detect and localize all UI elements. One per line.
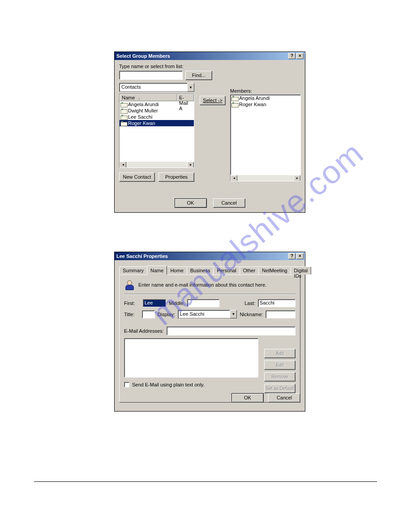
- properties-button[interactable]: Properties: [158, 172, 194, 182]
- last-label: Last:: [244, 300, 255, 306]
- display-combo[interactable]: Lee Sacchi ▼: [178, 310, 237, 318]
- list-item[interactable]: Roger Kwan: [231, 101, 300, 107]
- list-item[interactable]: Lee Sacchi: [120, 114, 194, 120]
- contact-card-icon: [231, 96, 238, 101]
- email-list[interactable]: [124, 338, 258, 378]
- tab-digital-ids[interactable]: Digital IDs: [291, 266, 312, 275]
- nickname-field[interactable]: [265, 310, 295, 318]
- display-label: Display:: [158, 312, 175, 317]
- dialog-title: Select Group Members: [116, 53, 170, 59]
- last-field[interactable]: Sacchi: [258, 299, 295, 307]
- close-button[interactable]: ×: [296, 253, 304, 259]
- contact-card-icon: [120, 102, 127, 107]
- new-contact-button[interactable]: New Contact: [119, 172, 155, 182]
- tab-home[interactable]: Home: [167, 266, 187, 275]
- display-combo-text: Lee Sacchi: [178, 310, 230, 318]
- column-email[interactable]: E-Mail A: [177, 94, 194, 101]
- select-button[interactable]: Select ->: [200, 96, 226, 105]
- chevron-down-icon: ▼: [230, 310, 237, 318]
- source-combo[interactable]: Contacts ▼: [119, 83, 194, 92]
- tab-personal[interactable]: Personal: [213, 266, 240, 275]
- scroll-left-icon[interactable]: ◂: [231, 175, 237, 181]
- titlebar: Select Group Members ? ×: [115, 52, 305, 60]
- members-label: Members:: [230, 88, 301, 94]
- title-field[interactable]: [142, 310, 155, 318]
- titlebar: Lee Sacchi Properties ? ×: [115, 252, 305, 260]
- tab-panel-name: Enter name and e-mail information about …: [119, 275, 300, 403]
- contact-card-icon: [120, 115, 127, 120]
- page-divider: [34, 481, 377, 482]
- title-label: Title:: [124, 312, 139, 317]
- horizontal-scrollbar[interactable]: ◂ ▸: [231, 175, 300, 181]
- plaintext-checkbox[interactable]: [124, 382, 129, 387]
- scroll-left-icon[interactable]: ◂: [120, 162, 126, 168]
- sort-asc-icon: △: [138, 97, 140, 100]
- select-group-members-dialog: Select Group Members ? × Type name or se…: [114, 51, 305, 213]
- members-listbox[interactable]: Angela Arundi Roger Kwan ◂ ▸: [230, 94, 301, 181]
- tab-summary[interactable]: Summary: [119, 266, 147, 275]
- scroll-right-icon[interactable]: ▸: [294, 175, 300, 181]
- horizontal-scrollbar[interactable]: ◂ ▸: [120, 161, 194, 168]
- list-item[interactable]: Dwight Muller: [120, 107, 194, 114]
- first-label: First:: [124, 300, 140, 306]
- cancel-button[interactable]: Cancel: [213, 198, 245, 208]
- chevron-down-icon: ▼: [187, 83, 194, 92]
- email-addresses-label: E-Mail Addresses:: [124, 328, 164, 334]
- tabstrip: Summary Name Home Business Personal Othe…: [119, 266, 300, 275]
- tab-name[interactable]: Name: [147, 266, 167, 275]
- set-default-button[interactable]: Set as Default: [264, 384, 295, 393]
- remove-button[interactable]: Remove: [264, 372, 295, 382]
- person-icon: [124, 279, 135, 290]
- add-button[interactable]: Add: [264, 349, 295, 358]
- first-field[interactable]: Lee: [143, 299, 166, 307]
- type-name-label: Type name or select from list:: [119, 64, 300, 69]
- column-name[interactable]: Name △: [120, 94, 177, 101]
- middle-label: Middle:: [169, 300, 184, 306]
- help-button[interactable]: ?: [288, 253, 295, 259]
- tab-netmeeting[interactable]: NetMeeting: [258, 266, 291, 275]
- contact-card-icon: [120, 108, 127, 113]
- source-combo-text: Contacts: [119, 83, 187, 92]
- contacts-listbox[interactable]: Name △ E-Mail A Angela Arundi Dwight Mul…: [119, 94, 194, 168]
- help-button[interactable]: ?: [288, 53, 295, 59]
- close-button[interactable]: ×: [296, 53, 304, 59]
- divider: [124, 294, 295, 295]
- intro-text: Enter name and e-mail information about …: [138, 282, 266, 287]
- dialog-title: Lee Sacchi Properties: [116, 253, 168, 259]
- contact-card-icon: [120, 121, 127, 126]
- tab-other[interactable]: Other: [240, 266, 259, 275]
- middle-field[interactable]: [187, 299, 219, 307]
- find-button[interactable]: Find...: [185, 71, 212, 80]
- list-item[interactable]: Angela Arundi: [231, 95, 300, 101]
- list-header: Name △ E-Mail A: [120, 94, 194, 101]
- tab-business[interactable]: Business: [187, 266, 214, 275]
- plaintext-label: Send E-Mail using plain text only.: [132, 382, 205, 387]
- email-address-input[interactable]: [167, 326, 295, 335]
- list-item[interactable]: Roger Kwan: [120, 120, 194, 126]
- ok-button[interactable]: OK: [175, 198, 207, 208]
- contact-properties-dialog: Lee Sacchi Properties ? × Summary Name H…: [114, 252, 305, 412]
- name-input[interactable]: [119, 71, 183, 80]
- scroll-right-icon[interactable]: ▸: [187, 162, 194, 168]
- contact-card-icon: [231, 102, 238, 107]
- nickname-label: Nickname:: [240, 312, 263, 317]
- edit-button[interactable]: Edit: [264, 360, 295, 370]
